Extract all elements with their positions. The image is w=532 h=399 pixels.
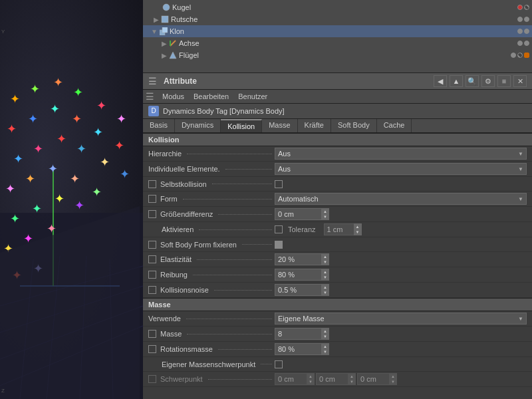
tab-masse[interactable]: Masse: [262, 119, 297, 132]
settings-btn[interactable]: ⚙: [481, 75, 495, 87]
tab-dynamics[interactable]: Dynamics: [175, 119, 221, 132]
prop-value-kollisionsnoise[interactable]: 0.5 % ▲ ▼: [275, 284, 527, 296]
tree-item-kugel[interactable]: Kugel: [143, 1, 532, 13]
prop-value-soft-body-form: [275, 241, 527, 249]
tree-dots: [511, 53, 529, 58]
nav-prev-btn[interactable]: ◀: [434, 75, 447, 87]
stepper-up[interactable]: ▲: [390, 374, 396, 379]
stepper-down[interactable]: ▼: [322, 214, 329, 219]
stepper-reibung[interactable]: ▲ ▼: [321, 269, 329, 281]
stepper-masse[interactable]: ▲ ▼: [321, 328, 329, 340]
menu-modus[interactable]: Modus: [158, 92, 188, 101]
prop-value-form[interactable]: Automatisch: [275, 193, 527, 205]
menu-bearbeiten[interactable]: Bearbeiten: [190, 92, 233, 101]
checkbox-soft-body[interactable]: [148, 241, 156, 249]
checkbox-form[interactable]: [148, 195, 156, 203]
checkbox-elastizitat[interactable]: [148, 255, 156, 263]
stepper-up[interactable]: ▲: [307, 374, 314, 379]
checkbox-schwerpunkt[interactable]: [148, 375, 156, 383]
tab-krafte[interactable]: Kräfte: [298, 119, 331, 132]
more-btn[interactable]: ≡: [497, 75, 511, 87]
3d-viewport[interactable]: ✦ ✦ ✦ ✦ ✦ ✦ ✦ ✦ ✦ ✦ ✦ ✦ ✦ ✦ ✦ ✦ ✦ ✦ ✦ ✦ …: [0, 0, 143, 399]
dropdown-verwende[interactable]: Eigene Masse: [275, 313, 527, 325]
stepper-schwerpunkt-y[interactable]: ▲ ▼: [348, 373, 356, 385]
schwerpunkt-y-field[interactable]: 0 cm: [316, 373, 348, 385]
stepper-up[interactable]: ▲: [354, 224, 361, 229]
stepper-down[interactable]: ▼: [322, 334, 329, 339]
schwerpunkt-z-field[interactable]: 0 cm: [357, 373, 389, 385]
number-field-masse[interactable]: 8: [275, 328, 321, 340]
standalone-checkbox-soft-body[interactable]: [275, 241, 283, 249]
stepper-down[interactable]: ▼: [390, 379, 396, 384]
stepper-down[interactable]: ▼: [322, 275, 329, 280]
tree-item-flugel[interactable]: ▶ Flügel: [143, 49, 532, 61]
stepper-schwerpunkt-x[interactable]: ▲ ▼: [307, 373, 315, 385]
stepper-down[interactable]: ▼: [354, 229, 361, 235]
menu-benutzer[interactable]: Benutzer: [234, 92, 271, 101]
stepper-up[interactable]: ▲: [322, 285, 329, 290]
toleranz-stepper[interactable]: ▲ ▼: [354, 223, 362, 235]
prop-value-rotationsmasse[interactable]: 80 % ▲ ▼: [275, 343, 527, 355]
dropdown-hierarchie[interactable]: Aus: [275, 148, 527, 160]
stepper-up[interactable]: ▲: [322, 269, 329, 275]
checkbox-selbstkollision[interactable]: [148, 180, 156, 188]
tree-item-klon[interactable]: ▼ Klon: [143, 25, 532, 37]
stepper-down[interactable]: ▼: [307, 379, 314, 384]
svg-text:✦: ✦: [120, 168, 130, 181]
checkbox-masse[interactable]: [148, 330, 156, 338]
tab-soft-body[interactable]: Soft Body: [331, 119, 377, 132]
number-field-reibung[interactable]: 80 %: [275, 269, 321, 281]
stepper-up[interactable]: ▲: [348, 374, 355, 379]
standalone-checkbox-selbstkollision[interactable]: [275, 180, 283, 188]
tree-item-achse[interactable]: ▶ Achse: [143, 37, 532, 49]
prop-value-reibung[interactable]: 80 % ▲ ▼: [275, 269, 527, 281]
checkbox-kollisionsnoise[interactable]: [148, 286, 156, 294]
nav-next-btn[interactable]: ▲: [450, 75, 463, 87]
expand-icon: ▶: [154, 16, 159, 23]
checkbox-aktivieren[interactable]: [275, 225, 283, 233]
stepper-schwerpunkt-z[interactable]: ▲ ▼: [389, 373, 397, 385]
prop-value-masse[interactable]: 8 ▲ ▼: [275, 328, 527, 340]
svg-text:✦: ✦: [13, 152, 23, 166]
stepper-rotationsmasse[interactable]: ▲ ▼: [321, 343, 329, 355]
prop-label-grossendifferenz: Größendifferenz: [148, 210, 275, 218]
checkbox-rotationsmasse[interactable]: [148, 345, 156, 353]
tab-cache[interactable]: Cache: [377, 119, 412, 132]
dropdown-form[interactable]: Automatisch: [275, 193, 527, 205]
checkbox-reibung[interactable]: [148, 271, 156, 279]
tree-item-rutsche[interactable]: ▶ Rutsche: [143, 13, 532, 25]
stepper-down[interactable]: ▼: [322, 290, 329, 295]
stepper-down[interactable]: ▼: [348, 379, 355, 384]
stepper-grossendifferenz[interactable]: ▲ ▼: [321, 208, 329, 220]
number-field-rotationsmasse[interactable]: 80 %: [275, 343, 321, 355]
tab-kollision[interactable]: Kollision: [221, 119, 262, 132]
number-field-kollisionsnoise[interactable]: 0.5 %: [275, 284, 321, 296]
prop-value-grossendifferenz[interactable]: 0 cm ▲ ▼: [275, 208, 527, 220]
stepper-down[interactable]: ▼: [322, 349, 329, 354]
dynamics-icon: D: [148, 106, 159, 116]
checkbox-grossendifferenz[interactable]: [148, 210, 156, 218]
stepper-kollisionsnoise[interactable]: ▲ ▼: [321, 284, 329, 296]
prop-value-elastizitat[interactable]: 20 % ▲ ▼: [275, 253, 527, 265]
toleranz-field[interactable]: 1 cm: [324, 223, 354, 235]
number-field-elastizitat[interactable]: 20 %: [275, 253, 321, 265]
tab-basis[interactable]: Basis: [143, 119, 175, 132]
close-btn[interactable]: ✕: [513, 75, 527, 87]
stepper-up[interactable]: ▲: [322, 344, 329, 349]
number-field-grossendifferenz[interactable]: 0 cm: [275, 208, 321, 220]
search-btn[interactable]: 🔍: [466, 75, 479, 87]
dropdown-individuelle[interactable]: Aus: [275, 163, 527, 175]
tree-label: Klon: [170, 27, 517, 35]
schwerpunkt-x-field[interactable]: 0 cm: [275, 373, 307, 385]
prop-value-hierarchie[interactable]: Aus: [275, 148, 527, 160]
stepper-elastizitat[interactable]: ▲ ▼: [321, 253, 329, 265]
prop-value-individuelle[interactable]: Aus: [275, 163, 527, 175]
stepper-up[interactable]: ▲: [322, 329, 329, 334]
prop-value-verwende[interactable]: Eigene Masse: [275, 313, 527, 325]
checkbox-eigener-massenschwerpunkt[interactable]: [275, 360, 283, 368]
prop-elastizitat: Elastizität 20 % ▲ ▼: [143, 252, 532, 267]
stepper-up[interactable]: ▲: [322, 209, 329, 214]
prop-value-schwerpunkt: 0 cm ▲ ▼ 0 cm ▲ ▼: [275, 373, 527, 385]
stepper-up[interactable]: ▲: [322, 254, 329, 259]
stepper-down[interactable]: ▼: [322, 259, 329, 265]
